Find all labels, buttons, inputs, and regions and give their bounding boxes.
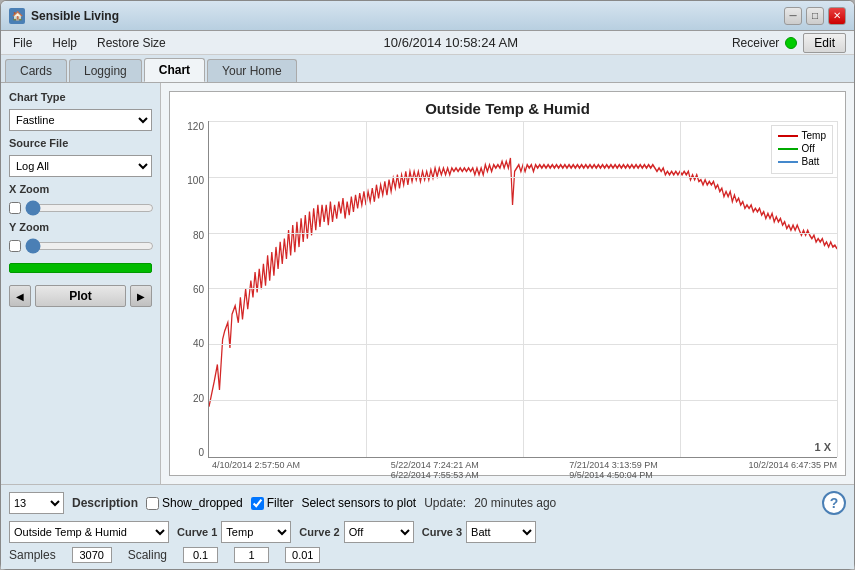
legend-temp-label: Temp [802, 130, 826, 141]
update-value: 20 minutes ago [474, 496, 556, 510]
restore-size-menu[interactable]: Restore Size [93, 34, 170, 52]
curve3-label: Curve 3 [422, 526, 462, 538]
x-label-1-2: 6/22/2014 7:55:53 AM [391, 470, 479, 480]
next-button[interactable]: ▶ [130, 285, 152, 307]
tab-logging[interactable]: Logging [69, 59, 142, 82]
scaling-value-3: 0.01 [285, 547, 320, 563]
y-label-100: 100 [187, 175, 204, 186]
curve3-group: Curve 3 BattTempOffNone [422, 521, 536, 543]
chart-title: Outside Temp & Humid [178, 100, 837, 117]
x-label-fl-1: 4/10/2014 2:57:50 AM [212, 460, 300, 470]
file-menu[interactable]: File [9, 34, 36, 52]
grid-v-3 [680, 121, 681, 457]
close-button[interactable]: ✕ [828, 7, 846, 25]
chart-plot-area[interactable]: Temp Off Batt 1 X [208, 121, 837, 458]
x-label-2-2: 9/5/2014 4:50:04 PM [569, 470, 658, 480]
progress-bar [9, 263, 152, 273]
bottom-row-1: 13141516 Description Show_dropped Filter… [9, 491, 846, 515]
x-label-3: 10/2/2014 6:47:35 PM [748, 460, 837, 480]
menu-bar: File Help Restore Size 10/6/2014 10:58:2… [1, 31, 854, 55]
x-zoom-row [9, 201, 152, 215]
x-zoom-label: X Zoom [9, 183, 152, 195]
x-label-1-1: 5/22/2014 7:24:21 AM [391, 460, 479, 470]
app-icon: 🏠 [9, 8, 25, 24]
x-label-2: 7/21/2014 3:13:59 PM 9/5/2014 4:50:04 PM [569, 460, 658, 480]
tab-bar: Cards Logging Chart Your Home [1, 55, 854, 83]
prev-button[interactable]: ◀ [9, 285, 31, 307]
curve1-group: Curve 1 TempOffBattNone [177, 521, 291, 543]
edit-button[interactable]: Edit [803, 33, 846, 53]
curve2-group: Curve 2 OffTempBattNone [299, 521, 413, 543]
y-label-60: 60 [193, 284, 204, 295]
curve1-select[interactable]: TempOffBattNone [221, 521, 291, 543]
y-axis: 120 100 80 60 40 20 0 [178, 121, 208, 458]
source-file-select[interactable]: Log All Today This Week [9, 155, 152, 177]
chart-legend: Temp Off Batt [771, 125, 833, 174]
x-zoom-checkbox[interactable] [9, 202, 21, 214]
y-zoom-slider[interactable] [25, 239, 154, 253]
description-label: Description [72, 496, 138, 510]
title-bar: 🏠 Sensible Living ─ □ ✕ [1, 1, 854, 31]
help-button[interactable]: ? [822, 491, 846, 515]
x-label-far-left: 4/10/2014 2:57:50 AM [212, 460, 300, 480]
y-zoom-checkbox[interactable] [9, 240, 21, 252]
legend-off-label: Off [802, 143, 815, 154]
x-label-1: 5/22/2014 7:24:21 AM 6/22/2014 7:55:53 A… [391, 460, 479, 480]
tab-your-home[interactable]: Your Home [207, 59, 297, 82]
filter-row: Filter [251, 496, 294, 510]
filter-label: Filter [267, 496, 294, 510]
bottom-row-3: Samples 3070 Scaling 0.1 1 0.01 [9, 547, 846, 563]
curve3-select[interactable]: BattTempOffNone [466, 521, 536, 543]
y-label-40: 40 [193, 338, 204, 349]
select-sensors-label: Select sensors to plot [301, 496, 416, 510]
help-menu[interactable]: Help [48, 34, 81, 52]
receiver-area: Receiver Edit [732, 33, 846, 53]
chart-body: 120 100 80 60 40 20 0 [178, 121, 837, 458]
legend-batt: Batt [778, 156, 826, 167]
tab-chart[interactable]: Chart [144, 58, 205, 82]
show-dropped-checkbox[interactable] [146, 497, 159, 510]
update-label: Update: [424, 496, 466, 510]
show-dropped-label: Show_dropped [162, 496, 243, 510]
grid-v-4 [837, 121, 838, 457]
num-select[interactable]: 13141516 [9, 492, 64, 514]
bottom-row-2: Outside Temp & Humid Inside Temp Basemen… [9, 521, 846, 543]
chart-type-select[interactable]: Fastline Line Bar Scatter [9, 109, 152, 131]
scaling-label: Scaling [128, 548, 167, 562]
x-label-2-1: 7/21/2014 3:13:59 PM [569, 460, 658, 470]
legend-temp-line [778, 135, 798, 137]
left-panel: Chart Type Fastline Line Bar Scatter Sou… [1, 83, 161, 484]
grid-v-2 [523, 121, 524, 457]
scaling-value-1: 0.1 [183, 547, 218, 563]
legend-off-line [778, 148, 798, 150]
main-content: Chart Type Fastline Line Bar Scatter Sou… [1, 83, 854, 484]
curve1-label: Curve 1 [177, 526, 217, 538]
y-zoom-row [9, 239, 152, 253]
plot-button[interactable]: Plot [35, 285, 126, 307]
receiver-status-indicator [785, 37, 797, 49]
receiver-label: Receiver [732, 36, 779, 50]
curve2-select[interactable]: OffTempBattNone [344, 521, 414, 543]
sensor-select[interactable]: Outside Temp & Humid Inside Temp Basemen… [9, 521, 169, 543]
zoom-indicator: 1 X [814, 441, 831, 453]
window-controls: ─ □ ✕ [784, 7, 846, 25]
samples-value: 3070 [72, 547, 112, 563]
y-label-0: 0 [198, 447, 204, 458]
legend-batt-line [778, 161, 798, 163]
chart-container: Outside Temp & Humid 120 100 80 60 40 20… [169, 91, 846, 476]
grid-v-1 [366, 121, 367, 457]
y-label-80: 80 [193, 230, 204, 241]
maximize-button[interactable]: □ [806, 7, 824, 25]
x-labels: 4/10/2014 2:57:50 AM 5/22/2014 7:24:21 A… [212, 460, 837, 480]
x-label-3-1: 10/2/2014 6:47:35 PM [748, 460, 837, 470]
datetime-display: 10/6/2014 10:58:24 AM [182, 35, 720, 50]
app-title: Sensible Living [31, 9, 784, 23]
filter-checkbox[interactable] [251, 497, 264, 510]
minimize-button[interactable]: ─ [784, 7, 802, 25]
legend-batt-label: Batt [802, 156, 820, 167]
x-zoom-slider[interactable] [25, 201, 154, 215]
source-file-label: Source File [9, 137, 152, 149]
samples-label: Samples [9, 548, 56, 562]
y-zoom-label: Y Zoom [9, 221, 152, 233]
tab-cards[interactable]: Cards [5, 59, 67, 82]
